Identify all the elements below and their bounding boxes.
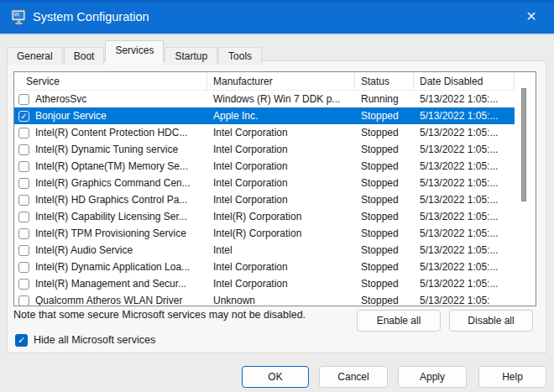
service-name: Intel(R) Management and Secur... <box>35 275 186 292</box>
date-disabled-cell: 5/13/2022 1:05:... <box>414 208 515 225</box>
service-checkbox[interactable] <box>18 262 29 273</box>
status-cell: Stopped <box>355 275 414 292</box>
manufacturer-cell: Windows (R) Win 7 DDK p... <box>207 91 355 107</box>
manufacturer-cell: Intel Corporation <box>207 259 355 275</box>
service-checkbox-checked[interactable]: ✓ <box>18 111 29 122</box>
service-checkbox[interactable] <box>18 245 29 256</box>
service-cell: Intel(R) Graphics Command Cen... <box>14 175 207 191</box>
manufacturer-cell: Intel <box>207 242 355 259</box>
manufacturer-cell: Intel(R) Corporation <box>207 208 355 225</box>
service-name: Bonjour Service <box>35 107 107 124</box>
column-header-date-disabled[interactable]: Date Disabled <box>414 72 515 91</box>
manufacturer-cell: Intel Corporation <box>207 158 355 175</box>
tab-general[interactable]: General <box>7 47 63 65</box>
service-name: AtherosSvc <box>35 91 86 107</box>
status-cell: Stopped <box>355 158 414 175</box>
manufacturer-cell: Intel Corporation <box>207 175 355 191</box>
service-checkbox[interactable] <box>18 178 29 189</box>
date-disabled-cell: 5/13/2022 1:05:... <box>414 91 515 107</box>
service-checkbox[interactable] <box>18 295 29 306</box>
status-cell: Stopped <box>355 208 414 225</box>
date-disabled-cell: 5/13/2022 1:05:... <box>414 107 515 124</box>
title-bar: System Configuration ✕ <box>0 0 554 35</box>
date-disabled-cell: 5/13/2022 1:05:... <box>414 242 515 259</box>
service-checkbox[interactable] <box>18 195 29 206</box>
status-cell: Running <box>355 91 414 107</box>
status-cell: Stopped <box>355 107 414 124</box>
system-configuration-window: System Configuration ✕ GeneralBootServic… <box>0 0 554 392</box>
service-checkbox[interactable] <box>18 228 29 239</box>
service-name: Qualcomm Atheros WLAN Driver <box>35 292 182 306</box>
date-disabled-cell: 5/13/2022 1:05:... <box>414 141 515 158</box>
service-name: Intel(R) HD Graphics Control Pa... <box>35 191 187 208</box>
table-row[interactable]: AtherosSvcWindows (R) Win 7 DDK p...Runn… <box>14 91 515 107</box>
table-row[interactable]: Intel(R) HD Graphics Control Pa...Intel … <box>14 191 515 208</box>
service-name: Intel(R) Optane(TM) Memory Se... <box>35 158 188 175</box>
date-disabled-cell: 5/13/2022 1:05:... <box>414 259 515 275</box>
tab-tools[interactable]: Tools <box>218 47 262 65</box>
table-row[interactable]: ✓Bonjour ServiceApple Inc.Stopped5/13/20… <box>14 107 515 124</box>
service-cell: Intel(R) Management and Secur... <box>14 275 207 292</box>
manufacturer-cell: Apple Inc. <box>207 107 355 124</box>
service-checkbox[interactable] <box>18 144 29 155</box>
service-cell: Intel(R) TPM Provisioning Service <box>14 225 207 242</box>
table-row[interactable]: Intel(R) Dynamic Tuning serviceIntel Cor… <box>14 141 515 158</box>
table-row[interactable]: Intel(R) Audio ServiceIntelStopped5/13/2… <box>14 242 515 259</box>
service-name: Intel(R) Capability Licensing Ser... <box>35 208 187 225</box>
computer-monitor-icon <box>11 9 27 25</box>
service-name: Intel(R) Dynamic Application Loa... <box>35 259 190 275</box>
vertical-scrollbar[interactable] <box>521 72 528 306</box>
service-name: Intel(R) Content Protection HDC... <box>35 124 187 141</box>
table-row[interactable]: Intel(R) Management and Secur...Intel Co… <box>14 275 515 292</box>
service-name: Intel(R) Dynamic Tuning service <box>35 141 178 158</box>
date-disabled-cell: 5/13/2022 1:05:... <box>414 175 515 191</box>
date-disabled-cell: 5/13/2022 1:05:... <box>414 191 515 208</box>
hide-microsoft-services-label: Hide all Microsoft services <box>34 334 155 346</box>
date-disabled-cell: 5/13/2022 1:05:... <box>414 158 515 175</box>
apply-button[interactable]: Apply <box>398 366 467 388</box>
manufacturer-cell: Unknown <box>207 292 355 306</box>
service-name: Intel(R) Graphics Command Cen... <box>35 175 191 191</box>
enable-all-button[interactable]: Enable all <box>357 310 441 332</box>
service-cell: Qualcomm Atheros WLAN Driver <box>14 292 207 306</box>
service-checkbox[interactable] <box>18 279 29 290</box>
close-icon[interactable]: ✕ <box>514 0 549 34</box>
status-cell: Stopped <box>355 175 414 191</box>
table-row[interactable]: Intel(R) TPM Provisioning ServiceIntel(R… <box>14 225 515 242</box>
checkbox-checked-icon[interactable]: ✓ <box>15 334 28 347</box>
tab-services[interactable]: Services <box>105 40 164 62</box>
scrollbar-thumb[interactable] <box>521 88 526 201</box>
status-cell: Stopped <box>355 124 414 141</box>
column-header-status[interactable]: Status <box>355 72 414 91</box>
table-row[interactable]: Intel(R) Optane(TM) Memory Se...Intel Co… <box>14 158 515 175</box>
table-row[interactable]: Intel(R) Content Protection HDC...Intel … <box>14 124 515 141</box>
hide-microsoft-services-checkbox[interactable]: ✓ Hide all Microsoft services <box>15 333 155 347</box>
manufacturer-cell: Intel Corporation <box>207 124 355 141</box>
service-checkbox[interactable] <box>18 212 29 222</box>
status-cell: Stopped <box>355 225 414 242</box>
column-header-manufacturer[interactable]: Manufacturer <box>207 72 355 91</box>
service-checkbox[interactable] <box>18 94 29 105</box>
service-checkbox[interactable] <box>18 128 29 139</box>
table-row[interactable]: Qualcomm Atheros WLAN DriverUnknownStopp… <box>14 292 515 306</box>
status-cell: Stopped <box>355 292 414 306</box>
table-row[interactable]: Intel(R) Dynamic Application Loa...Intel… <box>14 259 515 275</box>
service-name: Intel(R) Audio Service <box>35 242 133 259</box>
date-disabled-cell: 5/13/2022 1:05: <box>414 292 515 306</box>
service-cell: AtherosSvc <box>14 91 207 107</box>
services-list: Service Manufacturer Status Date Disable… <box>13 71 536 306</box>
service-name: Intel(R) TPM Provisioning Service <box>35 225 186 242</box>
window-title: System Configuration <box>33 0 149 34</box>
help-button[interactable]: Help <box>478 366 546 388</box>
status-cell: Stopped <box>355 191 414 208</box>
tab-boot[interactable]: Boot <box>64 47 105 65</box>
service-cell: ✓Bonjour Service <box>14 107 207 124</box>
service-checkbox[interactable] <box>18 161 29 172</box>
table-row[interactable]: Intel(R) Capability Licensing Ser...Inte… <box>14 208 515 225</box>
cancel-button[interactable]: Cancel <box>319 366 388 388</box>
ok-button[interactable]: OK <box>242 366 309 388</box>
tab-startup[interactable]: Startup <box>165 47 217 65</box>
column-header-service[interactable]: Service <box>14 72 207 91</box>
disable-all-button[interactable]: Disable all <box>449 310 533 332</box>
table-row[interactable]: Intel(R) Graphics Command Cen...Intel Co… <box>14 175 515 191</box>
